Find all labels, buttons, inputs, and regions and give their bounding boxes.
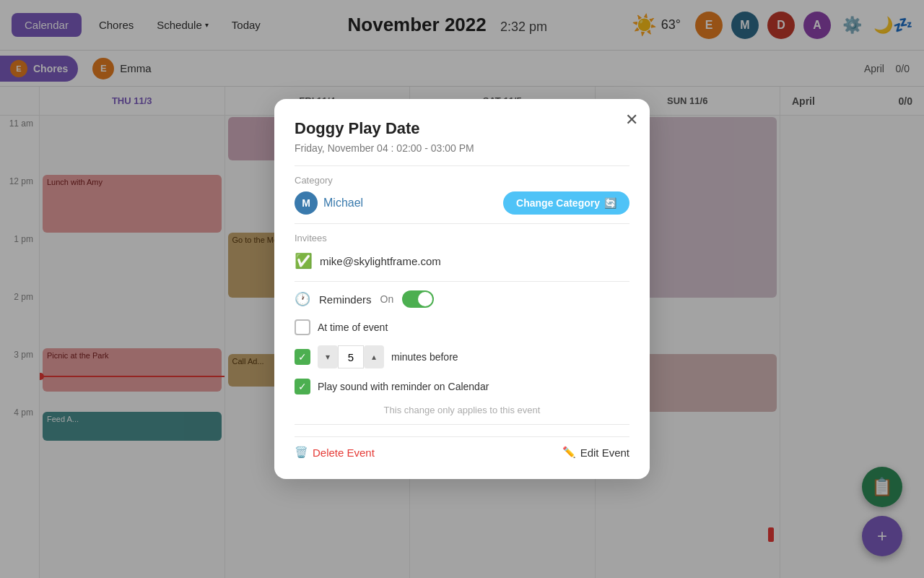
edit-event-button[interactable]: ✏️ Edit Event <box>562 446 629 459</box>
play-sound-checkbox[interactable]: ✓ <box>295 379 310 394</box>
applies-note: This change only applies to this event <box>295 405 629 415</box>
modal-divider-4 <box>295 424 629 425</box>
reminders-on-label: On <box>380 293 394 305</box>
modal-overlay[interactable]: ✕ Doggy Play Date Friday, November 04 : … <box>0 0 924 578</box>
pencil-icon: ✏️ <box>562 446 576 459</box>
at-time-option: At time of event <box>295 319 629 335</box>
category-name: Michael <box>323 197 363 210</box>
modal-category-row: M Michael Change Category 🔄 <box>295 191 629 215</box>
change-category-button[interactable]: Change Category 🔄 <box>503 191 629 215</box>
invitees-row: ✅ mike@skylightframe.com <box>295 249 629 272</box>
minutes-down-button[interactable]: ▾ <box>318 345 338 368</box>
check-circle-icon: ✅ <box>295 252 313 269</box>
category-avatar: M <box>295 191 318 215</box>
modal-divider-1 <box>295 165 629 166</box>
reminders-label: Reminders <box>319 293 372 306</box>
modal-divider-3 <box>295 281 629 282</box>
reminders-row: 🕐 Reminders On <box>295 290 629 308</box>
modal-close-button[interactable]: ✕ <box>625 111 638 129</box>
delete-event-button[interactable]: 🗑️ Delete Event <box>295 446 375 459</box>
refresh-icon: 🔄 <box>604 197 616 209</box>
minutes-up-button[interactable]: ▴ <box>364 345 384 368</box>
reminders-toggle[interactable] <box>402 290 434 308</box>
modal-datetime: Friday, November 04 : 02:00 - 03:00 PM <box>295 142 629 154</box>
category-section-label: Category <box>295 175 629 186</box>
event-detail-modal: ✕ Doggy Play Date Friday, November 04 : … <box>274 99 650 479</box>
clock-icon: 🕐 <box>295 291 310 307</box>
at-time-label: At time of event <box>318 322 388 333</box>
modal-title: Doggy Play Date <box>295 119 629 138</box>
at-time-checkbox[interactable] <box>295 319 310 335</box>
minutes-control: ▾ 5 ▴ <box>318 345 384 368</box>
invitees-section-label: Invitees <box>295 233 629 243</box>
minutes-value: 5 <box>338 345 364 368</box>
modal-divider-2 <box>295 223 629 224</box>
category-user: M Michael <box>295 191 363 215</box>
minutes-checkbox[interactable]: ✓ <box>295 349 310 365</box>
minutes-before-label: minutes before <box>391 351 458 363</box>
modal-footer: 🗑️ Delete Event ✏️ Edit Event <box>295 436 629 459</box>
trash-icon: 🗑️ <box>295 446 308 459</box>
toggle-knob <box>418 292 432 306</box>
play-sound-label: Play sound with reminder on Calendar <box>318 381 489 392</box>
invitee-email: mike@skylightframe.com <box>320 255 441 267</box>
minutes-before-option: ✓ ▾ 5 ▴ minutes before <box>295 345 629 368</box>
play-sound-option: ✓ Play sound with reminder on Calendar <box>295 379 629 394</box>
